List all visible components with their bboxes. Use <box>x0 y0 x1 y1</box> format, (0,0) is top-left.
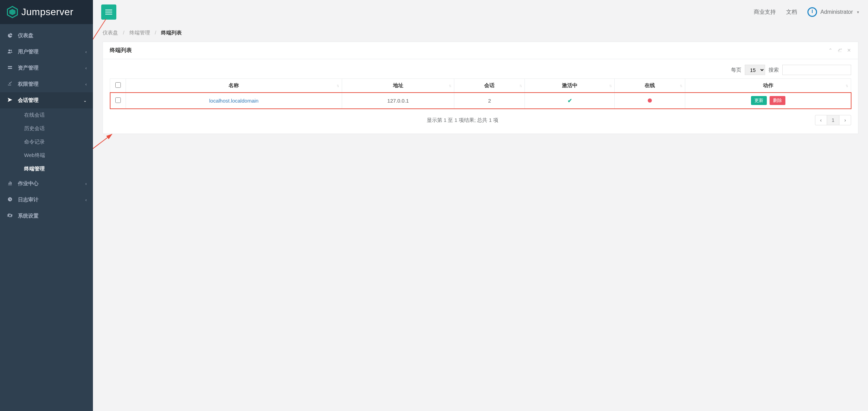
terminal-list-panel: 终端列表 ⌃ ✕ 每页 15 搜索 <box>103 42 858 134</box>
panel-close-icon[interactable]: ✕ <box>847 48 851 53</box>
topbar-docs-link[interactable]: 文档 <box>786 9 797 16</box>
sidebar-label: 系统设置 <box>18 213 87 219</box>
pager-prev[interactable]: ‹ <box>815 115 827 125</box>
sidebar-item-audit[interactable]: 日志审计 ‹ <box>0 192 93 208</box>
user-dropdown[interactable]: Administrator ▼ <box>807 7 860 17</box>
subnav-command-records[interactable]: 命令记录 <box>0 135 93 149</box>
power-icon <box>807 7 817 17</box>
assets-icon <box>6 65 14 71</box>
chevron-left-icon: ‹ <box>85 198 87 202</box>
sidebar-item-settings[interactable]: 系统设置 <box>0 208 93 224</box>
svg-point-2 <box>8 50 10 51</box>
brand[interactable]: Jumpserver <box>0 0 93 24</box>
online-status-dot <box>648 98 652 103</box>
col-name: 名称↑↓ <box>126 79 342 93</box>
sidebar-label: 用户管理 <box>18 49 85 55</box>
sort-icon[interactable]: ↑↓ <box>845 83 847 88</box>
chevron-left-icon: ‹ <box>85 181 87 186</box>
select-all-checkbox[interactable] <box>115 82 121 88</box>
main: 商业支持 文档 Administrator ▼ 仪表盘 / 终端管理 / 终端列… <box>93 0 868 411</box>
col-sessions: 会话↑↓ <box>454 79 525 93</box>
sidebar-toggle-button[interactable] <box>101 4 116 20</box>
sidebar-sessions-subnav: 在线会话 历史会话 命令记录 Web终端 终端管理 <box>0 108 93 176</box>
subnav-terminal-mgmt[interactable]: 终端管理 <box>0 162 93 176</box>
terminal-name-link[interactable]: localhost.localdomain <box>209 98 258 104</box>
brand-logo-icon <box>6 6 19 18</box>
chevron-left-icon: ‹ <box>85 66 87 71</box>
svg-marker-1 <box>9 9 15 15</box>
topbar-support-link[interactable]: 商业支持 <box>754 9 776 16</box>
terminal-sessions: 2 <box>454 93 525 109</box>
sessions-icon <box>6 97 14 104</box>
sidebar-label: 作业中心 <box>18 180 85 187</box>
sidebar-item-assets[interactable]: 资产管理 ‹ <box>0 60 93 76</box>
sort-icon[interactable]: ↑↓ <box>679 83 681 88</box>
sidebar-item-users[interactable]: 用户管理 ‹ <box>0 44 93 60</box>
panel-title: 终端列表 <box>110 47 132 54</box>
breadcrumb-item[interactable]: 终端管理 <box>129 30 150 35</box>
sidebar-label: 仪表盘 <box>18 32 87 39</box>
col-actions: 动作↑↓ <box>685 79 851 93</box>
sidebar-nav: 仪表盘 用户管理 ‹ 资产管理 ‹ <box>0 24 93 224</box>
perms-icon <box>6 81 14 87</box>
sidebar-label: 资产管理 <box>18 65 85 71</box>
breadcrumb: 仪表盘 / 终端管理 / 终端列表 <box>93 24 868 42</box>
sort-icon[interactable]: ↑↓ <box>448 83 451 88</box>
chevron-down-icon: ⌄ <box>83 98 87 103</box>
panel-collapse-icon[interactable]: ⌃ <box>828 48 833 53</box>
per-page-label: 每页 <box>731 67 741 73</box>
sidebar-label: 日志审计 <box>18 197 85 203</box>
subnav-online-sessions[interactable]: 在线会话 <box>0 108 93 122</box>
pager-next[interactable]: › <box>839 115 851 125</box>
col-online: 在线↑↓ <box>615 79 685 93</box>
terminal-addr: 127.0.0.1 <box>342 93 454 109</box>
pager-page[interactable]: 1 <box>827 115 840 125</box>
breadcrumb-item-current: 终端列表 <box>161 30 182 35</box>
sidebar-item-jobs[interactable]: 作业中心 ‹ <box>0 176 93 192</box>
settings-icon <box>6 213 14 219</box>
terminal-table: 名称↑↓ 地址↑↓ 会话↑↓ 激活中↑↓ 在线↑↓ 动作↑↓ <box>110 78 851 109</box>
chevron-left-icon: ‹ <box>85 82 87 87</box>
per-page-select[interactable]: 15 <box>745 65 765 75</box>
col-active: 激活中↑↓ <box>525 79 615 93</box>
update-button[interactable]: 更新 <box>751 96 767 105</box>
panel-settings-icon[interactable] <box>837 48 842 53</box>
subnav-history-sessions[interactable]: 历史会话 <box>0 122 93 135</box>
sidebar: Jumpserver 仪表盘 用户管理 ‹ <box>0 0 93 411</box>
col-addr: 地址↑↓ <box>342 79 454 93</box>
sort-icon[interactable]: ↑↓ <box>609 83 611 88</box>
sort-icon[interactable]: ↑↓ <box>519 83 521 88</box>
sidebar-item-sessions[interactable]: 会话管理 ⌄ 在线会话 历史会话 命令记录 Web终端 终端管理 <box>0 92 93 176</box>
caret-down-icon: ▼ <box>856 10 860 14</box>
svg-point-3 <box>10 50 12 51</box>
sidebar-item-dashboard[interactable]: 仪表盘 <box>0 28 93 44</box>
chevron-left-icon: ‹ <box>85 50 87 54</box>
breadcrumb-item[interactable]: 仪表盘 <box>103 30 118 35</box>
jobs-icon <box>6 180 14 187</box>
sidebar-label: 会话管理 <box>18 97 83 104</box>
search-input[interactable] <box>782 65 851 75</box>
sidebar-label: 权限管理 <box>18 81 85 87</box>
brand-name: Jumpserver <box>21 7 73 18</box>
subnav-web-terminal[interactable]: Web终端 <box>0 149 93 162</box>
table-summary: 显示第 1 至 1 项结果; 总共 1 项 <box>110 117 815 124</box>
users-icon <box>6 49 14 55</box>
user-name: Administrator <box>821 9 853 15</box>
audit-icon <box>6 197 14 203</box>
delete-button[interactable]: 删除 <box>770 96 785 105</box>
dashboard-icon <box>6 32 14 39</box>
pagination: ‹ 1 › <box>815 115 851 125</box>
row-checkbox[interactable] <box>115 97 121 103</box>
topbar: 商业支持 文档 Administrator ▼ <box>93 0 868 24</box>
table-row: localhost.localdomain 127.0.0.1 2 ✔ 更新 删… <box>110 93 851 109</box>
active-check-icon: ✔ <box>568 98 572 104</box>
search-label: 搜索 <box>769 67 779 73</box>
sort-icon[interactable]: ↑↓ <box>336 83 338 88</box>
sidebar-item-perms[interactable]: 权限管理 ‹ <box>0 76 93 92</box>
